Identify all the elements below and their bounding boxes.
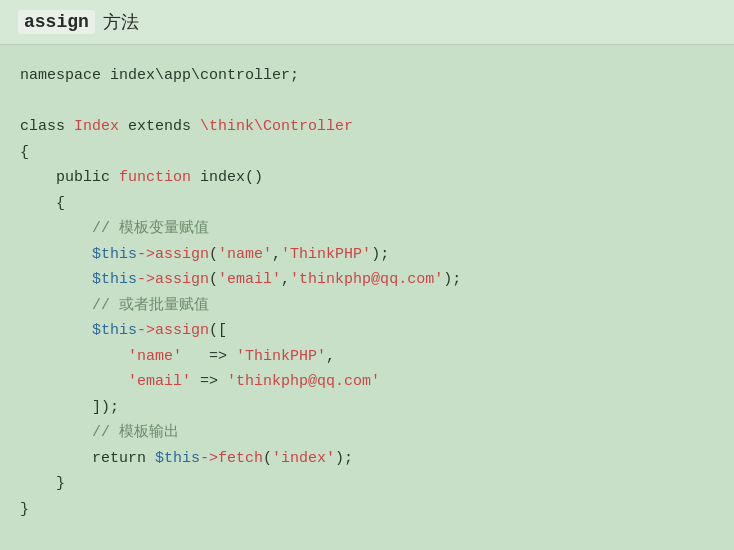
header-keyword: assign bbox=[18, 10, 95, 34]
code-token: 'email' bbox=[218, 267, 281, 293]
code-token: => bbox=[191, 369, 227, 395]
code-token: 'ThinkPHP' bbox=[281, 242, 371, 268]
code-token: class bbox=[20, 114, 74, 140]
code-line: namespace index\app\controller; bbox=[20, 63, 714, 89]
code-token: $this bbox=[155, 446, 200, 472]
code-token: ); bbox=[371, 242, 389, 268]
code-token: 'index' bbox=[272, 446, 335, 472]
code-token: public bbox=[20, 165, 119, 191]
code-line: class Index extends \think\Controller bbox=[20, 114, 714, 140]
code-line: { bbox=[20, 140, 714, 166]
code-token: // 模板变量赋值 bbox=[20, 216, 209, 242]
code-token: $this bbox=[20, 267, 137, 293]
code-token: extends bbox=[119, 114, 200, 140]
code-token: return bbox=[20, 446, 155, 472]
code-line: public function index() bbox=[20, 165, 714, 191]
code-token: { bbox=[20, 191, 65, 217]
code-token: namespace index\app\controller; bbox=[20, 63, 299, 89]
code-line: 'name' => 'ThinkPHP', bbox=[20, 344, 714, 370]
code-line: $this->assign('name','ThinkPHP'); bbox=[20, 242, 714, 268]
code-line: 'email' => 'thinkphp@qq.com' bbox=[20, 369, 714, 395]
code-token: -> bbox=[137, 318, 155, 344]
code-block: namespace index\app\controller; class In… bbox=[0, 45, 734, 540]
code-line: { bbox=[20, 191, 714, 217]
header: assign 方法 bbox=[0, 0, 734, 45]
code-line: $this->assign([ bbox=[20, 318, 714, 344]
code-token bbox=[20, 369, 128, 395]
header-title: 方法 bbox=[103, 10, 139, 34]
code-token: -> bbox=[137, 267, 155, 293]
code-line: } bbox=[20, 471, 714, 497]
code-token: Index bbox=[74, 114, 119, 140]
code-token: assign bbox=[155, 242, 209, 268]
code-token: ([ bbox=[209, 318, 227, 344]
code-line: // 模板输出 bbox=[20, 420, 714, 446]
code-line: // 模板变量赋值 bbox=[20, 216, 714, 242]
code-token: 'thinkphp@qq.com' bbox=[227, 369, 380, 395]
code-token: // 或者批量赋值 bbox=[20, 293, 209, 319]
code-token: ); bbox=[335, 446, 353, 472]
code-token: 'thinkphp@qq.com' bbox=[290, 267, 443, 293]
code-token: $this bbox=[20, 318, 137, 344]
code-token: ( bbox=[209, 242, 218, 268]
code-token: ); bbox=[443, 267, 461, 293]
code-line: ]); bbox=[20, 395, 714, 421]
code-token: fetch bbox=[218, 446, 263, 472]
code-token: \think\Controller bbox=[200, 114, 353, 140]
code-token: ]); bbox=[20, 395, 119, 421]
code-token: index() bbox=[191, 165, 263, 191]
code-token: assign bbox=[155, 267, 209, 293]
code-line bbox=[20, 89, 714, 115]
code-token: // 模板输出 bbox=[20, 420, 179, 446]
code-token: 'email' bbox=[128, 369, 191, 395]
code-token: ( bbox=[209, 267, 218, 293]
code-token: 'name' bbox=[218, 242, 272, 268]
code-token: { bbox=[20, 140, 29, 166]
code-token: } bbox=[20, 497, 29, 523]
code-token: => bbox=[182, 344, 236, 370]
code-token: $this bbox=[20, 242, 137, 268]
code-line: // 或者批量赋值 bbox=[20, 293, 714, 319]
code-token: , bbox=[281, 267, 290, 293]
code-token: assign bbox=[155, 318, 209, 344]
code-line: return $this->fetch('index'); bbox=[20, 446, 714, 472]
code-token: , bbox=[272, 242, 281, 268]
code-token: 'name' bbox=[128, 344, 182, 370]
code-token: ( bbox=[263, 446, 272, 472]
code-token: 'ThinkPHP' bbox=[236, 344, 326, 370]
code-token: -> bbox=[137, 242, 155, 268]
code-token: function bbox=[119, 165, 191, 191]
code-token: -> bbox=[200, 446, 218, 472]
code-line: } bbox=[20, 497, 714, 523]
code-token: , bbox=[326, 344, 335, 370]
code-token: } bbox=[20, 471, 65, 497]
code-token bbox=[20, 344, 128, 370]
code-line: $this->assign('email','thinkphp@qq.com')… bbox=[20, 267, 714, 293]
